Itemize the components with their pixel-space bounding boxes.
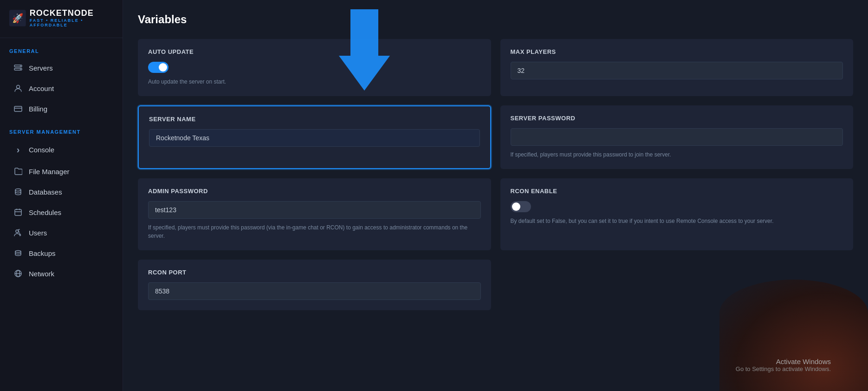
sidebar-backups-label: Backups [29,249,56,257]
account-icon [13,84,23,92]
logo-name: ROCKETNODE [30,8,113,18]
admin-password-desc: If specified, players must provide this … [148,223,481,240]
activate-windows-title: Activate Windows [736,358,831,365]
rcon-port-input[interactable] [148,282,481,300]
databases-icon [13,188,23,196]
server-password-desc: If specified, players must provide this … [511,150,843,159]
sidebar-schedules-label: Schedules [29,209,61,216]
svg-point-4 [20,65,21,66]
sidebar-item-servers[interactable]: Servers [4,58,119,78]
admin-password-label: ADMIN PASSWORD [148,188,481,195]
max-players-label: MAX PLAYERS [511,48,843,55]
sidebar-item-backups[interactable]: Backups [4,243,119,263]
main-content: Variables AUTO UPDATE Auto update the se… [123,0,868,391]
sidebar-account-label: Account [29,85,54,92]
sidebar-item-databases[interactable]: Databases [4,182,119,202]
sidebar-network-label: Network [29,270,54,278]
svg-rect-7 [14,106,22,111]
rcon-enable-card: RCON ENABLE By default set to False, but… [500,178,854,250]
activate-windows-watermark: Activate Windows Go to Settings to activ… [736,358,831,372]
console-icon: › [13,144,23,155]
rcon-enable-label: RCON ENABLE [511,188,843,195]
sidebar-item-network[interactable]: Network [4,264,119,283]
variables-grid: AUTO UPDATE Auto update the server on st… [138,39,853,310]
file-manager-icon [13,167,23,176]
svg-text:🚀: 🚀 [12,13,24,24]
svg-point-6 [17,85,20,89]
max-players-input[interactable] [511,62,843,79]
servers-icon [13,64,23,72]
rcon-port-card: RCON PORT [138,260,491,310]
svg-rect-9 [15,209,21,215]
rcon-port-label: RCON PORT [148,269,481,276]
server-name-card: SERVER NAME [138,105,491,169]
auto-update-label: AUTO UPDATE [148,48,481,55]
network-icon [13,269,23,278]
server-name-label: SERVER NAME [149,116,480,123]
sidebar-billing-label: Billing [29,105,47,113]
users-icon [13,228,23,237]
svg-point-5 [20,69,21,70]
server-password-label: SERVER PASSWORD [511,115,843,122]
sidebar-item-billing[interactable]: Billing [4,99,119,118]
server-name-input[interactable] [149,129,480,147]
logo-icon: 🚀 [9,9,26,27]
logo-tagline: FAST • RELIABLE • AFFORDABLE [30,18,113,27]
activate-windows-sub: Go to Settings to activate Windows. [736,365,831,372]
sidebar-servers-label: Servers [29,64,53,72]
logo-area: 🚀 ROCKETNODE FAST • RELIABLE • AFFORDABL… [0,0,123,38]
backups-icon [13,249,23,257]
server-password-card: SERVER PASSWORD If specified, players mu… [500,105,854,169]
sidebar-item-schedules[interactable]: Schedules [4,202,119,222]
server-management-label: SERVER MANAGEMENT [0,119,123,138]
sidebar-item-users[interactable]: Users [4,223,119,242]
sidebar-item-account[interactable]: Account [4,78,119,98]
sidebar-item-file-manager[interactable]: File Manager [4,162,119,181]
sidebar-file-manager-label: File Manager [29,168,70,176]
sidebar-console-label: Console [29,146,54,154]
general-section-label: GENERAL [0,38,123,58]
admin-password-card: ADMIN PASSWORD If specified, players mus… [138,178,491,250]
rcon-enable-toggle[interactable] [511,201,531,212]
billing-icon [13,104,23,113]
admin-password-input[interactable] [148,201,481,219]
auto-update-card: AUTO UPDATE Auto update the server on st… [138,39,491,96]
svg-point-8 [15,189,21,191]
sidebar-databases-label: Databases [29,188,62,196]
server-password-input[interactable] [511,128,843,146]
max-players-card: MAX PLAYERS [500,39,854,96]
schedules-icon [13,208,23,216]
sidebar-item-console[interactable]: › Console [4,139,119,161]
sidebar: 🚀 ROCKETNODE FAST • RELIABLE • AFFORDABL… [0,0,123,391]
rcon-enable-desc: By default set to False, but you can set… [511,217,843,225]
auto-update-desc: Auto update the server on start. [148,78,481,86]
sidebar-users-label: Users [29,229,47,237]
auto-update-toggle[interactable] [148,62,168,73]
svg-point-11 [15,251,21,253]
page-title: Variables [138,13,853,26]
